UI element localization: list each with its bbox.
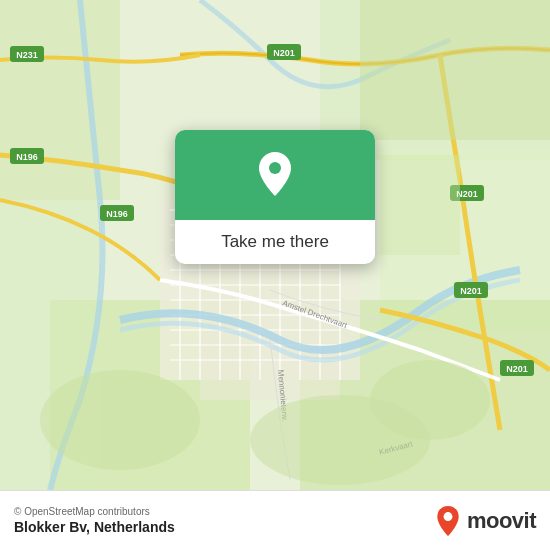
popup-card-header [175,130,375,220]
svg-rect-1 [0,0,120,200]
popup-card-body[interactable]: Take me there [175,220,375,264]
svg-point-52 [443,512,452,521]
popup-card: Take me there [175,130,375,264]
svg-text:N201: N201 [460,286,482,296]
svg-point-51 [269,162,281,174]
moovit-logo: moovit [434,505,536,537]
location-name: Blokker Bv, Netherlands [14,519,175,535]
svg-point-49 [40,370,200,470]
svg-text:N201: N201 [506,364,528,374]
take-me-there-button[interactable]: Take me there [213,230,337,254]
moovit-brand-text: moovit [467,508,536,534]
location-pin-icon [250,150,300,200]
svg-rect-47 [380,155,460,255]
osm-credit: © OpenStreetMap contributors [14,506,175,517]
svg-text:N231: N231 [16,50,38,60]
map-container: N231 N201 N196 N196 N201 N201 N201 Amste… [0,0,550,490]
svg-text:N196: N196 [106,209,128,219]
moovit-pin-icon [434,505,462,537]
svg-text:N201: N201 [273,48,295,58]
svg-rect-46 [360,0,550,140]
svg-text:N196: N196 [16,152,38,162]
bottom-bar: © OpenStreetMap contributors Blokker Bv,… [0,490,550,550]
svg-point-50 [250,395,430,485]
bottom-left-info: © OpenStreetMap contributors Blokker Bv,… [14,506,175,535]
